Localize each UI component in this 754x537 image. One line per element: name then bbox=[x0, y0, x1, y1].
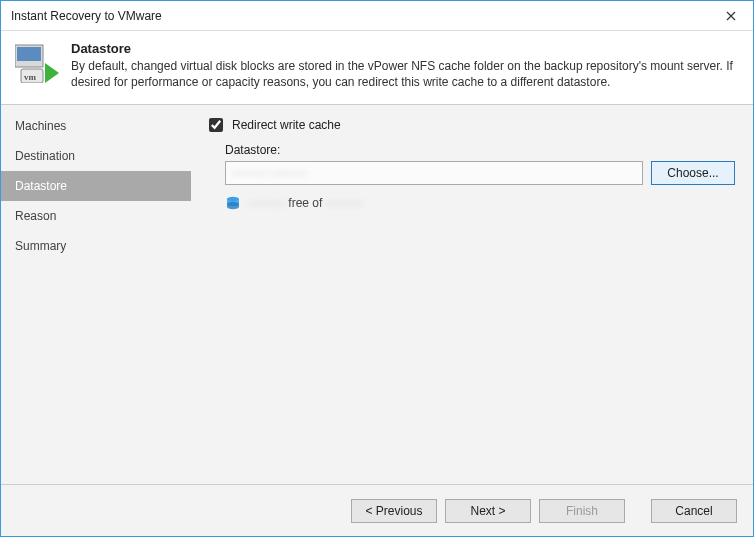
free-value-a: ——— bbox=[249, 196, 285, 210]
sidebar-item-label: Summary bbox=[15, 239, 66, 253]
sidebar-item-label: Destination bbox=[15, 149, 75, 163]
titlebar: Instant Recovery to VMware bbox=[1, 1, 753, 31]
previous-button-label: < Previous bbox=[365, 504, 422, 518]
datastore-label: Datastore: bbox=[225, 143, 735, 157]
close-button[interactable] bbox=[709, 1, 753, 31]
wizard-footer: < Previous Next > Finish Cancel bbox=[1, 484, 753, 536]
wizard-icon: vm bbox=[15, 43, 59, 83]
sidebar-item-destination[interactable]: Destination bbox=[1, 141, 191, 171]
free-mid-text: free of bbox=[288, 196, 325, 210]
finish-button: Finish bbox=[539, 499, 625, 523]
wizard-body: Machines Destination Datastore Reason Su… bbox=[1, 104, 753, 484]
choose-button-label: Choose... bbox=[667, 166, 718, 180]
sidebar-item-label: Datastore bbox=[15, 179, 67, 193]
next-button-label: Next > bbox=[470, 504, 505, 518]
cancel-button[interactable]: Cancel bbox=[651, 499, 737, 523]
window-title: Instant Recovery to VMware bbox=[11, 9, 709, 23]
sidebar-item-reason[interactable]: Reason bbox=[1, 201, 191, 231]
previous-button[interactable]: < Previous bbox=[351, 499, 437, 523]
choose-button[interactable]: Choose... bbox=[651, 161, 735, 185]
free-space-row: ——— free of ——— bbox=[225, 195, 735, 211]
sidebar-item-machines[interactable]: Machines bbox=[1, 111, 191, 141]
wizard-content: Redirect write cache Datastore: ——— ——— … bbox=[191, 105, 753, 484]
cancel-button-label: Cancel bbox=[675, 504, 712, 518]
datastore-value: ——— ——— bbox=[232, 166, 307, 180]
free-value-b: ——— bbox=[326, 196, 362, 210]
sidebar-item-datastore[interactable]: Datastore bbox=[1, 171, 191, 201]
redirect-checkbox[interactable] bbox=[209, 118, 223, 132]
datastore-input[interactable]: ——— ——— bbox=[225, 161, 643, 185]
wizard-sidebar: Machines Destination Datastore Reason Su… bbox=[1, 105, 191, 484]
next-button[interactable]: Next > bbox=[445, 499, 531, 523]
sidebar-item-label: Reason bbox=[15, 209, 56, 223]
svg-text:vm: vm bbox=[24, 72, 37, 82]
finish-button-label: Finish bbox=[566, 504, 598, 518]
sidebar-item-label: Machines bbox=[15, 119, 66, 133]
banner: vm Datastore By default, changed virtual… bbox=[1, 31, 753, 104]
banner-heading: Datastore bbox=[71, 41, 739, 56]
redirect-label[interactable]: Redirect write cache bbox=[232, 118, 341, 132]
banner-description: By default, changed virtual disk blocks … bbox=[71, 58, 739, 90]
datastore-icon bbox=[225, 195, 241, 211]
close-icon bbox=[726, 11, 736, 21]
sidebar-item-summary[interactable]: Summary bbox=[1, 231, 191, 261]
svg-rect-1 bbox=[17, 47, 41, 61]
